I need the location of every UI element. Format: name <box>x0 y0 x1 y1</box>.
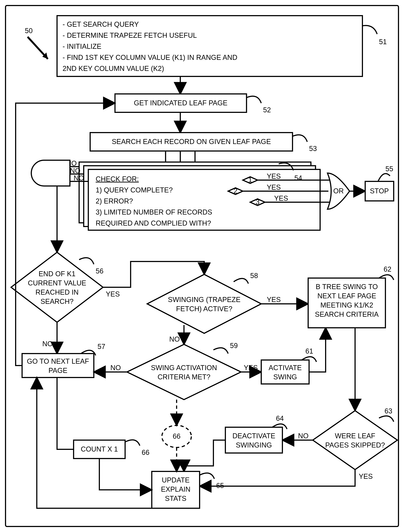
box-53: SEARCH EACH RECORD ON GIVEN LEAF PAGE <box>90 133 292 151</box>
svg-text:SWING ACTIVATION: SWING ACTIVATION <box>151 364 217 372</box>
box-66: COUNT X 1 <box>74 440 125 459</box>
box-61: ACTIVATE SWING <box>261 360 309 384</box>
svg-text:FETCH) ACTIVE?: FETCH) ACTIVE? <box>176 305 232 313</box>
svg-text:OR: OR <box>333 187 344 195</box>
svg-text:PAGE: PAGE <box>49 367 68 374</box>
yes-63: YES <box>359 473 373 480</box>
svg-text:WERE LEAF: WERE LEAF <box>335 432 375 440</box>
svg-text:SEARCH?: SEARCH? <box>40 298 74 305</box>
svg-text:REQUIRED AND COMPLIED WITH?: REQUIRED AND COMPLIED WITH? <box>96 219 211 227</box>
svg-text:CURRENT VALUE: CURRENT VALUE <box>28 279 86 287</box>
svg-text:SEARCH EACH RECORD ON GIVEN LE: SEARCH EACH RECORD ON GIVEN LEAF PAGE <box>112 138 271 145</box>
svg-text:PAGES SKIPPED?: PAGES SKIPPED? <box>325 441 385 449</box>
label-52: 52 <box>263 106 271 114</box>
svg-text:UPDATE: UPDATE <box>162 476 189 484</box>
box-51: - GET SEARCH QUERY - DETERMINE TRAPEZE F… <box>57 16 362 76</box>
svg-text:3) LIMITED NUMBER OF RECORDS: 3) LIMITED NUMBER OF RECORDS <box>96 208 212 216</box>
yes-2: YES <box>267 183 281 191</box>
label-64: 64 <box>276 415 284 422</box>
label-55: 55 <box>385 165 393 173</box>
label-63: 63 <box>385 407 392 415</box>
svg-text:SWING: SWING <box>273 373 297 381</box>
svg-text:1: 1 <box>248 176 252 184</box>
svg-text:1) QUERY COMPLETE?: 1) QUERY COMPLETE? <box>96 186 173 194</box>
svg-text:B TREE SWING TO: B TREE SWING TO <box>316 283 378 291</box>
svg-text:NEXT LEAF PAGE: NEXT LEAF PAGE <box>317 292 376 300</box>
no-58: NO <box>169 335 180 343</box>
label-50: 50 <box>25 27 32 35</box>
svg-text:REACHED IN: REACHED IN <box>36 288 79 296</box>
flowchart: 50 - GET SEARCH QUERY - DETERMINE TRAPEZ… <box>0 0 404 532</box>
and-gate-icon <box>31 160 70 186</box>
label-54: 54 <box>294 174 302 182</box>
box-55-stop: STOP <box>365 181 394 201</box>
yes-3: YES <box>274 195 288 202</box>
svg-text:SEARCH CRITERIA: SEARCH CRITERIA <box>315 311 379 318</box>
svg-text:GO TO NEXT LEAF: GO TO NEXT LEAF <box>27 357 89 365</box>
box-57: GO TO NEXT LEAF PAGE <box>22 354 94 377</box>
label-53: 53 <box>309 145 317 152</box>
no-59: NO <box>110 364 121 372</box>
label-58: 58 <box>250 272 258 279</box>
box-65: UPDATE EXPLAIN STATS <box>152 471 200 508</box>
label-59: 59 <box>230 342 238 350</box>
svg-rect-72 <box>225 427 282 453</box>
yes-59: YES <box>244 364 258 372</box>
yes-56: YES <box>106 290 120 298</box>
svg-text:COUNT X 1: COUNT X 1 <box>81 445 118 453</box>
no-63: NO <box>298 432 309 440</box>
svg-text:GET INDICATED LEAF PAGE: GET INDICATED LEAF PAGE <box>134 99 227 107</box>
no-2: NO <box>70 167 80 175</box>
svg-text:STATS: STATS <box>165 495 187 502</box>
svg-text:SWINGING (TRAPEZE: SWINGING (TRAPEZE <box>168 296 241 304</box>
yes-1: YES <box>267 172 281 180</box>
svg-text:2) ERROR?: 2) ERROR? <box>96 197 133 205</box>
label-56: 56 <box>96 267 103 275</box>
no-56: NO <box>42 340 53 348</box>
box-52: GET INDICATED LEAF PAGE <box>115 94 246 112</box>
box-62: B TREE SWING TO NEXT LEAF PAGE MEETING K… <box>308 278 385 328</box>
label-65: 65 <box>216 482 224 489</box>
svg-text:CRITERIA MET?: CRITERIA MET? <box>158 373 210 381</box>
box-64: DEACTIVATE SWINGING <box>225 427 282 453</box>
svg-text:DEACTIVATE: DEACTIVATE <box>233 432 275 440</box>
svg-text:- FIND 1ST KEY COLUMN VALUE (K: - FIND 1ST KEY COLUMN VALUE (K1) IN RANG… <box>63 54 237 61</box>
svg-text:2ND KEY COLUMN VALUE (K2): 2ND KEY COLUMN VALUE (K2) <box>63 65 164 72</box>
svg-text:- INITIALIZE: - INITIALIZE <box>63 43 101 50</box>
svg-text:CHECK FOR:: CHECK FOR: <box>96 175 139 183</box>
label-61: 61 <box>305 347 313 355</box>
svg-text:ACTIVATE: ACTIVATE <box>269 364 302 372</box>
label-57: 57 <box>97 343 105 350</box>
svg-text:2: 2 <box>234 187 237 195</box>
svg-text:3: 3 <box>256 198 259 206</box>
svg-text:END OF K1: END OF K1 <box>39 270 76 278</box>
yes-58: YES <box>267 296 281 304</box>
label-51: 51 <box>379 38 387 46</box>
svg-text:66: 66 <box>173 432 180 440</box>
label-66a: 66 <box>142 448 149 456</box>
svg-text:MEETING K1/K2: MEETING K1/K2 <box>320 301 373 309</box>
svg-text:STOP: STOP <box>370 187 389 195</box>
svg-text:- DETERMINE TRAPEZE FETCH USEF: - DETERMINE TRAPEZE FETCH USEFUL <box>63 32 197 39</box>
label-62: 62 <box>384 265 391 273</box>
svg-text:EXPLAIN: EXPLAIN <box>161 485 191 493</box>
no-3: NO <box>74 174 84 182</box>
svg-text:- GET SEARCH QUERY: - GET SEARCH QUERY <box>63 20 139 28</box>
svg-text:SWINGING: SWINGING <box>236 441 272 449</box>
